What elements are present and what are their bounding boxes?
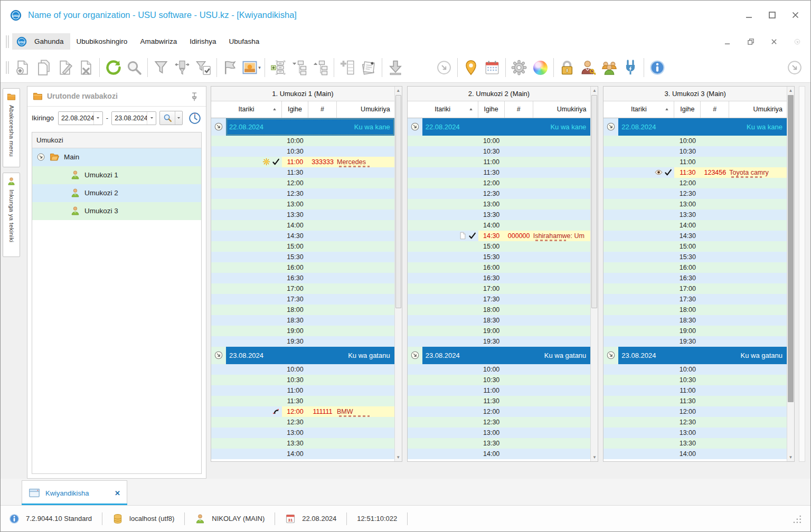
chevron-button[interactable] xyxy=(433,56,455,79)
column-header-client[interactable]: Umukiriya xyxy=(729,101,787,118)
time-slot-row[interactable]: 11:30 xyxy=(603,396,787,406)
tab-kwiyandikisha[interactable]: Kwiyandikisha ✕ xyxy=(22,480,127,505)
expand-list-button[interactable] xyxy=(268,56,289,79)
time-slot-row[interactable]: 12:30 xyxy=(408,417,591,428)
refresh-button[interactable] xyxy=(102,56,124,79)
time-slot-row[interactable]: 12:00 xyxy=(603,406,787,417)
calendar-button[interactable] xyxy=(482,56,503,79)
scroll-up-arrow[interactable]: ▲ xyxy=(395,87,402,94)
time-slot-row[interactable]: 14:00 xyxy=(211,220,394,231)
time-slot-row[interactable]: 13:00 xyxy=(603,428,787,438)
time-slot-row[interactable]: 13:30 xyxy=(408,438,591,449)
time-slot-row[interactable]: 16:00 xyxy=(211,262,394,273)
time-slot-row[interactable]: 17:00 xyxy=(211,283,394,294)
time-slot-row[interactable]: 18:30 xyxy=(603,315,787,326)
time-slot-row[interactable]: 14:30 xyxy=(603,231,787,241)
flag-button[interactable] xyxy=(220,56,241,79)
time-slot-row[interactable]: 14:00 xyxy=(603,449,787,459)
scroll-thumb[interactable] xyxy=(591,95,597,309)
time-slot-row[interactable]: 13:30 xyxy=(603,210,787,220)
doc-add-button[interactable] xyxy=(12,56,33,79)
time-slot-row[interactable]: 18:00 xyxy=(603,305,787,315)
time-slot-row[interactable]: 12:00 xyxy=(211,178,394,188)
time-slot-row[interactable]: 10:00 xyxy=(408,364,591,375)
date-band-row[interactable]: 22.08.2024Ku wa kane xyxy=(603,118,787,136)
menu-item-1[interactable]: Ububikoshingiro xyxy=(70,33,134,50)
time-filter-button[interactable] xyxy=(188,111,202,126)
time-slot-row[interactable]: 10:00 xyxy=(603,136,787,146)
search-options-caret[interactable] xyxy=(175,111,182,125)
time-slot-row[interactable]: 17:30 xyxy=(211,294,394,305)
time-slot-row[interactable]: 11:00 xyxy=(603,385,787,396)
filter-check-button[interactable] xyxy=(193,56,214,79)
date-band-row[interactable]: 22.08.2024Ku wa kane xyxy=(408,118,591,136)
menu-item-3[interactable]: Idirishya xyxy=(183,33,222,50)
time-slot-row[interactable]: 16:00 xyxy=(408,262,591,273)
time-slot-row[interactable]: 13:00 xyxy=(408,199,591,210)
info-button[interactable] xyxy=(647,56,668,79)
appointment-row[interactable]: 11:00333333Mercedes xyxy=(211,157,394,167)
time-slot-row[interactable]: 12:00 xyxy=(408,178,591,188)
time-slot-row[interactable]: 15:30 xyxy=(408,252,591,262)
time-slot-row[interactable]: 11:30 xyxy=(211,167,394,178)
menu-item-4[interactable]: Ubufasha xyxy=(222,33,266,50)
doc-edit-button[interactable] xyxy=(54,56,76,79)
notes-button[interactable] xyxy=(358,56,379,79)
search-button[interactable] xyxy=(160,111,175,125)
time-slot-row[interactable]: 16:00 xyxy=(603,262,787,273)
time-slot-row[interactable]: 18:00 xyxy=(211,305,394,315)
time-slot-row[interactable]: 10:00 xyxy=(603,364,787,375)
time-slot-row[interactable]: 14:00 xyxy=(211,449,394,459)
column-header-date[interactable]: Itariki xyxy=(211,101,282,118)
appointment-row[interactable]: 11:30123456Toyota camry xyxy=(603,167,787,178)
time-slot-row[interactable]: 17:00 xyxy=(408,283,591,294)
time-slot-row[interactable]: 18:30 xyxy=(408,315,591,326)
time-slot-row[interactable]: 10:30 xyxy=(211,146,394,157)
users-button[interactable] xyxy=(599,56,620,79)
column-header-date[interactable]: Itariki xyxy=(603,101,674,118)
collapsed-right-panel[interactable] xyxy=(799,86,805,462)
date-to-combo[interactable]: 23.08.2024 xyxy=(111,111,156,125)
tree-collapse-button[interactable] xyxy=(310,56,331,79)
doc-copy-button[interactable] xyxy=(33,56,54,79)
scroll-down-arrow[interactable]: ▼ xyxy=(395,453,402,461)
time-slot-row[interactable]: 10:00 xyxy=(211,364,394,375)
column-header-time[interactable]: Igihe xyxy=(674,101,701,118)
time-slot-row[interactable]: 14:00 xyxy=(603,220,787,231)
mdi-minimize-button[interactable] xyxy=(722,36,733,48)
time-slot-row[interactable]: 10:00 xyxy=(211,136,394,146)
time-slot-row[interactable]: 15:30 xyxy=(211,252,394,262)
time-slot-row[interactable]: 16:30 xyxy=(408,273,591,283)
pin-icon[interactable] xyxy=(191,91,201,101)
tree-node-umukozi-2[interactable]: Umukozi 2 xyxy=(32,184,201,202)
time-slot-row[interactable]: 16:30 xyxy=(603,273,787,283)
scroll-up-arrow[interactable]: ▲ xyxy=(787,87,794,94)
filter-shift-button[interactable] xyxy=(172,56,193,79)
column-header-client[interactable]: Umukiriya xyxy=(337,101,394,118)
time-slot-row[interactable]: 13:30 xyxy=(408,210,591,220)
scroll-thumb[interactable] xyxy=(788,95,794,402)
time-slot-row[interactable]: 18:30 xyxy=(211,315,394,326)
vertical-scrollbar[interactable]: ▲▼ xyxy=(590,87,598,461)
appointment-row[interactable]: 12:00111111BMW xyxy=(211,406,394,417)
time-slot-row[interactable]: 10:00 xyxy=(408,136,591,146)
time-slot-row[interactable]: 11:00 xyxy=(408,157,591,167)
time-slot-row[interactable]: 18:00 xyxy=(408,305,591,315)
palette-button[interactable] xyxy=(530,56,551,79)
maximize-button[interactable] xyxy=(766,10,778,21)
tab-close-icon[interactable]: ✕ xyxy=(115,489,120,497)
time-slot-row[interactable]: 19:30 xyxy=(603,336,787,347)
tree-node-main[interactable]: Main xyxy=(32,148,201,166)
time-slot-row[interactable]: 17:30 xyxy=(603,294,787,305)
menu-item-0[interactable]: Gahunda xyxy=(28,33,70,50)
tree-node-umukozi-3[interactable]: Umukozi 3 xyxy=(32,202,201,220)
scroll-up-arrow[interactable]: ▲ xyxy=(591,87,598,94)
time-slot-row[interactable]: 15:00 xyxy=(408,241,591,252)
picture-button[interactable]: ▾ xyxy=(241,56,262,79)
time-slot-row[interactable]: 10:30 xyxy=(408,146,591,157)
mdi-restore-button[interactable] xyxy=(745,36,757,48)
time-slot-row[interactable]: 11:30 xyxy=(408,396,591,406)
date-band-row[interactable]: 23.08.2024Ku wa gatanu xyxy=(603,347,787,364)
time-slot-row[interactable]: 13:00 xyxy=(211,199,394,210)
time-slot-row[interactable]: 12:30 xyxy=(603,417,787,428)
